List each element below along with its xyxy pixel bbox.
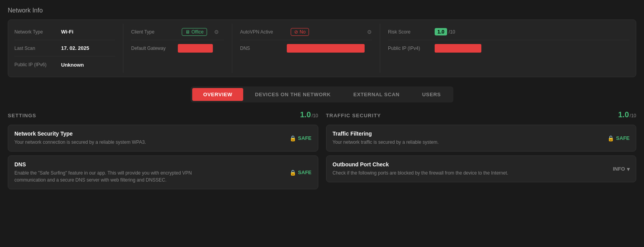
info-row-ipv4: Public IP (IPv4) [388, 40, 630, 56]
settings-card-1-title: Network Security Type [14, 131, 290, 137]
ipv4-label: Public IP (IPv4) [388, 46, 435, 51]
info-group-3: AutoVPN Active ⊘ No ⚙ DNS [240, 24, 380, 73]
tab-devices[interactable]: DEVICES ON THE NETWORK [244, 88, 342, 101]
traffic-card-1-lock-icon: 🔒 [607, 135, 614, 141]
office-badge[interactable]: 🖥 Office [182, 28, 207, 36]
chevron-down-icon: ▾ [627, 166, 630, 172]
settings-card-2-title: DNS [14, 161, 290, 168]
settings-score: 1.0 [300, 110, 311, 119]
dns-label: DNS [240, 46, 287, 51]
traffic-card-1: Traffic Filtering Your network traffic i… [326, 125, 637, 152]
tabs-bar: OVERVIEW DEVICES ON THE NETWORK EXTERNAL… [191, 86, 453, 102]
settings-card-2-lock-icon: 🔒 [290, 169, 296, 176]
traffic-card-2-desc: Check if the following ports are blocked… [333, 169, 527, 176]
risk-score-label: Risk Score [388, 29, 435, 35]
info-group-2: Client Type 🖥 Office ⚙ Default Gateway [131, 24, 232, 73]
info-row-ipv6: Public IP (IPv6) Unknown [14, 56, 115, 73]
ipv6-value: Unknown [61, 62, 84, 68]
autovpn-gear-icon[interactable]: ⚙ [367, 29, 372, 35]
info-row-client-type: Client Type 🖥 Office ⚙ [131, 24, 224, 40]
settings-card-2-desc: Enable the "Safe Surfing" feature in our… [14, 169, 209, 183]
traffic-card-2[interactable]: Outbound Port Check Check if the followi… [326, 155, 637, 182]
tab-external-scan[interactable]: EXTERNAL SCAN [342, 88, 411, 101]
main-content: SETTINGS 1.0 /10 Network Security Type Y… [8, 110, 636, 193]
traffic-security-score-denom: /10 [630, 113, 636, 118]
office-icon: 🖥 [185, 29, 190, 35]
traffic-card-2-info-badge[interactable]: INFO ▾ [613, 166, 630, 172]
traffic-security-header: TRAFFIC SECURITY 1.0 /10 [326, 110, 637, 119]
settings-card-2-safe-badge: 🔒 SAFE [290, 169, 312, 176]
network-type-label: Network Type [14, 29, 61, 35]
ipv4-redacted [435, 44, 481, 53]
network-info-title: Network Info [8, 7, 636, 14]
network-info-card: Network Type Wi-Fi Last Scan 17. 02. 202… [8, 19, 636, 77]
default-gateway-label: Default Gateway [131, 46, 178, 51]
settings-card-2: DNS Enable the "Safe Surfing" feature in… [8, 155, 318, 189]
traffic-card-1-left: Traffic Filtering Your network traffic i… [333, 131, 608, 146]
traffic-card-2-left: Outbound Port Check Check if the followi… [333, 161, 613, 176]
traffic-security-title: TRAFFIC SECURITY [326, 113, 381, 118]
traffic-card-1-desc: Your network traffic is secured by a rel… [333, 139, 527, 146]
info-row-risk-score: Risk Score 1.0 /10 [388, 24, 630, 40]
tabs-container: OVERVIEW DEVICES ON THE NETWORK EXTERNAL… [8, 86, 636, 102]
last-scan-label: Last Scan [14, 46, 61, 51]
settings-title: SETTINGS [8, 113, 36, 118]
traffic-card-1-status-label: SAFE [616, 135, 630, 141]
tab-overview[interactable]: OVERVIEW [192, 88, 243, 101]
settings-card-2-status-label: SAFE [298, 169, 312, 175]
tab-users[interactable]: USERS [411, 88, 452, 101]
info-row-autovpn: AutoVPN Active ⊘ No ⚙ [240, 24, 372, 40]
settings-section: SETTINGS 1.0 /10 Network Security Type Y… [8, 110, 318, 193]
client-type-gear-icon[interactable]: ⚙ [214, 29, 219, 35]
info-row-dns: DNS [240, 40, 372, 56]
traffic-card-2-title: Outbound Port Check [333, 161, 613, 168]
settings-card-1-desc: Your network connection is secured by a … [14, 139, 209, 146]
settings-card-1-lock-icon: 🔒 [290, 135, 296, 141]
no-badge-label: No [300, 29, 305, 35]
settings-card-1: Network Security Type Your network conne… [8, 125, 318, 152]
traffic-card-1-safe-badge: 🔒 SAFE [607, 135, 630, 141]
traffic-security-section: TRAFFIC SECURITY 1.0 /10 Traffic Filteri… [326, 110, 637, 193]
risk-score-denom: /10 [449, 29, 455, 35]
dns-redacted [287, 44, 365, 53]
info-row-last-scan: Last Scan 17. 02. 2025 [14, 40, 115, 56]
info-row-default-gateway: Default Gateway [131, 40, 224, 56]
settings-header: SETTINGS 1.0 /10 [8, 110, 318, 119]
no-circle-icon: ⊘ [294, 29, 298, 35]
traffic-security-score: 1.0 [618, 110, 629, 119]
no-badge: ⊘ No [291, 28, 309, 36]
settings-card-1-status-label: SAFE [298, 135, 312, 141]
info-group-1: Network Type Wi-Fi Last Scan 17. 02. 202… [14, 24, 123, 73]
last-scan-value: 17. 02. 2025 [61, 45, 89, 51]
settings-card-2-left: DNS Enable the "Safe Surfing" feature in… [14, 161, 290, 183]
autovpn-label: AutoVPN Active [240, 29, 287, 35]
settings-score-denom: /10 [312, 113, 318, 118]
settings-card-1-safe-badge: 🔒 SAFE [290, 135, 312, 141]
info-row-network-type: Network Type Wi-Fi [14, 24, 115, 40]
traffic-card-1-title: Traffic Filtering [333, 131, 608, 137]
office-badge-label: Office [191, 29, 204, 35]
default-gateway-redacted [178, 44, 213, 53]
ipv6-label: Public IP (IPv6) [14, 62, 61, 67]
settings-card-1-left: Network Security Type Your network conne… [14, 131, 290, 146]
client-type-label: Client Type [131, 29, 178, 35]
traffic-card-2-status-label: INFO [613, 166, 625, 172]
info-group-4: Risk Score 1.0 /10 Public IP (IPv4) [388, 24, 630, 73]
risk-score-value: 1.0 [435, 28, 447, 35]
network-type-value: Wi-Fi [61, 29, 74, 35]
